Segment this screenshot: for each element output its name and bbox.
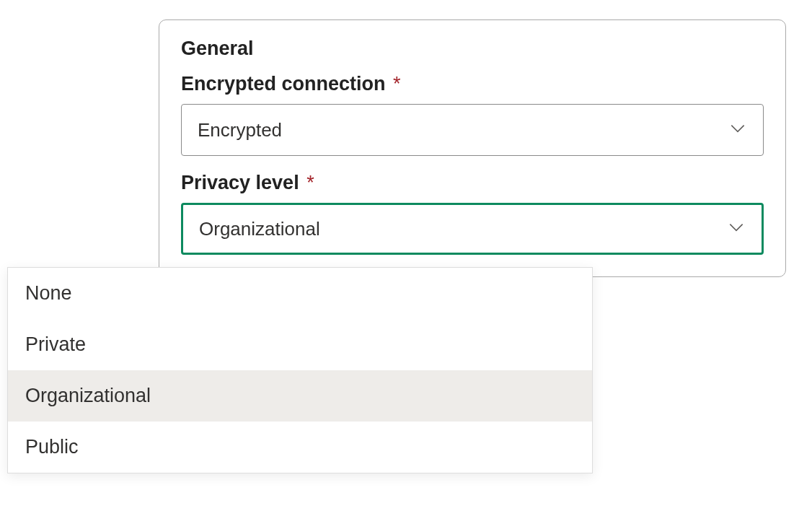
required-marker: * bbox=[306, 172, 314, 193]
dropdown-value: Encrypted bbox=[198, 119, 282, 141]
field-label-text: Privacy level bbox=[181, 172, 299, 193]
privacy-level-dropdown[interactable]: Organizational bbox=[181, 203, 764, 255]
chevron-down-icon bbox=[727, 218, 746, 240]
dropdown-option-none[interactable]: None bbox=[8, 268, 592, 319]
general-settings-panel: General Encrypted connection * Encrypted… bbox=[159, 19, 786, 277]
section-title: General bbox=[181, 38, 764, 60]
dropdown-option-organizational[interactable]: Organizational bbox=[8, 370, 592, 422]
privacy-level-dropdown-list: None Private Organizational Public bbox=[7, 267, 593, 473]
dropdown-value: Organizational bbox=[199, 218, 320, 240]
chevron-down-icon bbox=[728, 119, 747, 141]
dropdown-option-public[interactable]: Public bbox=[8, 422, 592, 473]
privacy-level-label: Privacy level * bbox=[181, 172, 764, 194]
encrypted-connection-label: Encrypted connection * bbox=[181, 73, 764, 95]
required-marker: * bbox=[393, 73, 401, 95]
encrypted-connection-dropdown[interactable]: Encrypted bbox=[181, 104, 764, 156]
dropdown-option-private[interactable]: Private bbox=[8, 319, 592, 370]
field-label-text: Encrypted connection bbox=[181, 73, 386, 95]
